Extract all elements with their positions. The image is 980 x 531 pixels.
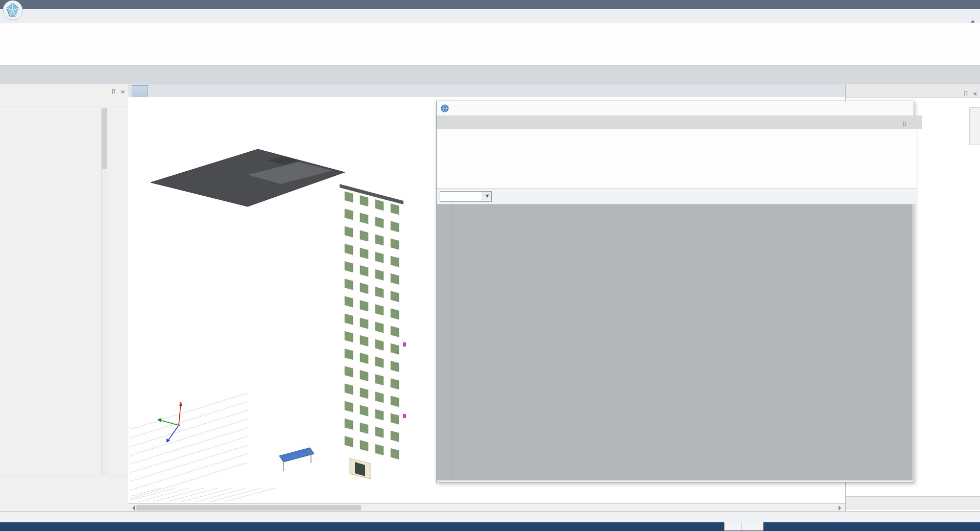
panel-pin-icon[interactable]: 卩 [111,86,116,98]
properties-panel-header: 卩 × [0,84,128,96]
structure-panel-header: 卩 × [846,84,980,98]
generator-mode-combo[interactable]: ▼ [440,191,492,202]
combo-dropdown-icon[interactable]: ▼ [483,192,491,200]
panel-close-icon[interactable]: × [973,87,977,100]
generator-window-icon [441,104,449,112]
generator-ribbon [437,129,917,189]
status-bar [0,522,980,531]
generator-pin-icon[interactable]: 卩 [902,120,907,128]
ortho-indicator[interactable] [742,522,763,530]
document-tab-strip [128,84,845,98]
generator-window: 卩 ▼ [436,101,914,482]
sheets-side-tab[interactable] [969,107,980,145]
node-graph-canvas[interactable] [437,204,913,480]
generator-toolbar: ▼ [437,189,917,204]
building-3d-model [130,98,409,502]
entrance-awning [279,448,314,462]
ribbon-tab-row: ▾ ▾ [0,9,980,24]
node-wires [437,204,913,480]
scrollbar-thumb[interactable] [136,505,361,511]
generator-title-bar[interactable] [437,101,914,116]
bottom-toolbar [0,511,980,523]
document-tab[interactable] [132,85,148,97]
structure-bottom-tabs [846,496,980,510]
properties-scrollbar[interactable] [101,107,108,486]
properties-panel: 卩 × [0,84,129,511]
generator-tabs [437,116,922,129]
title-bar [0,0,980,9]
scroll-right-icon[interactable] [839,505,844,511]
app-logo-icon[interactable] [3,0,23,20]
viewport-horizontal-scrollbar[interactable] [128,503,845,512]
property-description-box [0,475,134,509]
properties-toolbar [0,96,128,107]
window-controls [964,0,978,9]
scroll-left-icon[interactable] [130,505,135,511]
axis-triad [157,401,182,443]
panel-pin-icon[interactable]: 卩 [963,87,969,100]
panel-close-icon[interactable]: × [121,86,125,98]
ribbon [0,23,980,65]
